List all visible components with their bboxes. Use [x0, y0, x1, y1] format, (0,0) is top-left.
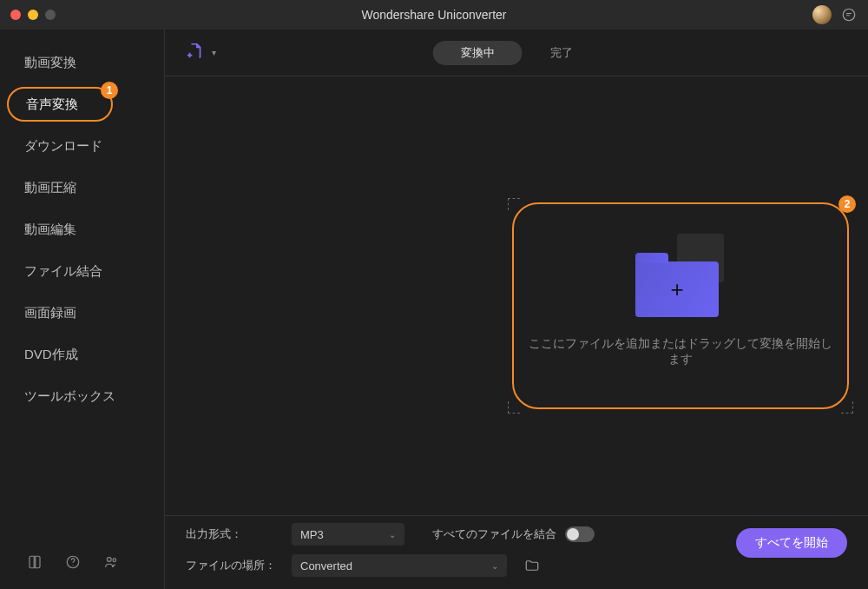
sidebar-item-label: 画面録画	[24, 305, 76, 321]
window-maximize-button[interactable]	[45, 10, 56, 20]
main-panel: ▾ 変換中 完了 2	[165, 30, 868, 589]
sidebar-item-label: 動画変換	[24, 55, 76, 71]
window-minimize-button[interactable]	[28, 10, 38, 20]
sidebar-item-label: 音声変換	[26, 96, 78, 113]
drop-canvas: 2 + ここにファイルを追加またはドラッグして変換を開始します	[165, 76, 868, 515]
svg-point-4	[113, 559, 116, 562]
svg-point-2	[72, 565, 73, 566]
tab-label: 変換中	[461, 45, 495, 61]
select-value: MP3	[300, 528, 324, 541]
sidebar-item-download[interactable]: ダウンロード	[0, 125, 164, 167]
callout-badge-2: 2	[838, 195, 856, 213]
sidebar-item-audio-convert[interactable]: 音声変換 1	[0, 83, 164, 125]
add-file-icon	[186, 42, 205, 63]
add-file-button[interactable]: ▾	[186, 42, 216, 63]
merge-all-toggle[interactable]	[565, 526, 595, 542]
user-avatar[interactable]	[812, 5, 832, 24]
toolbar: ▾ 変換中 完了	[165, 30, 868, 76]
titlebar: Wondershare Uniconverter	[0, 0, 868, 30]
sidebar: 動画変換 音声変換 1 ダウンロード 動画圧縮 動画編集	[0, 30, 165, 589]
folder-stack-icon: +	[628, 244, 733, 317]
sidebar-item-dvd-create[interactable]: DVD作成	[0, 334, 164, 375]
feedback-icon[interactable]	[840, 6, 858, 23]
window-controls	[10, 10, 56, 20]
drop-zone[interactable]: 2 + ここにファイルを追加またはドラッグして変換を開始します	[512, 202, 849, 409]
sidebar-item-video-convert[interactable]: 動画変換	[0, 42, 164, 83]
tab-converting[interactable]: 変換中	[433, 41, 523, 65]
status-tabs: 変換中 完了	[433, 41, 601, 65]
sidebar-item-label: DVD作成	[24, 347, 78, 363]
window-close-button[interactable]	[10, 10, 21, 20]
select-value: Converted	[300, 559, 352, 572]
app-title: Wondershare Uniconverter	[0, 8, 868, 22]
output-location-label: ファイルの場所：	[186, 558, 281, 573]
chevron-down-icon: ⌄	[389, 530, 396, 539]
sidebar-item-file-merge[interactable]: ファイル結合	[0, 250, 164, 292]
plus-icon: +	[670, 276, 683, 303]
app-window: Wondershare Uniconverter 動画変換 音声変換 1	[0, 0, 868, 589]
svg-point-0	[843, 9, 855, 21]
open-folder-button[interactable]	[521, 554, 543, 577]
sidebar-item-screen-record[interactable]: 画面録画	[0, 292, 164, 334]
chevron-down-icon: ⌄	[491, 561, 498, 571]
button-label: すべてを開始	[755, 535, 828, 551]
chevron-down-icon: ▾	[212, 48, 216, 57]
sidebar-item-label: ツールボックス	[24, 388, 115, 405]
output-format-label: 出力形式：	[186, 526, 281, 542]
sidebar-active-highlight: 音声変換 1	[7, 87, 113, 122]
merge-all-label: すべてのファイルを結合	[432, 526, 556, 542]
drop-zone-text: ここにファイルを追加またはドラッグして変換を開始します	[514, 336, 847, 367]
output-location-select[interactable]: Converted ⌄	[292, 554, 507, 577]
sidebar-item-label: ダウンロード	[24, 138, 102, 155]
guide-icon[interactable]	[26, 553, 43, 571]
callout-badge-1: 1	[101, 82, 118, 99]
sidebar-item-label: 動画編集	[24, 222, 76, 238]
sidebar-item-label: 動画圧縮	[24, 180, 76, 196]
bottom-bar: 出力形式： MP3 ⌄ すべてのファイルを結合 ファイルの場所： Convert…	[165, 515, 868, 589]
tab-label: 完了	[550, 45, 573, 61]
svg-point-3	[107, 558, 111, 562]
help-icon[interactable]	[64, 553, 82, 571]
output-format-select[interactable]: MP3 ⌄	[292, 523, 404, 546]
sidebar-item-video-edit[interactable]: 動画編集	[0, 208, 164, 250]
sidebar-item-video-compress[interactable]: 動画圧縮	[0, 167, 164, 208]
sidebar-item-toolbox[interactable]: ツールボックス	[0, 375, 164, 417]
sidebar-item-label: ファイル結合	[24, 263, 102, 280]
account-icon[interactable]	[102, 553, 120, 571]
start-all-button[interactable]: すべてを開始	[736, 528, 847, 558]
tab-done[interactable]: 完了	[523, 41, 601, 65]
